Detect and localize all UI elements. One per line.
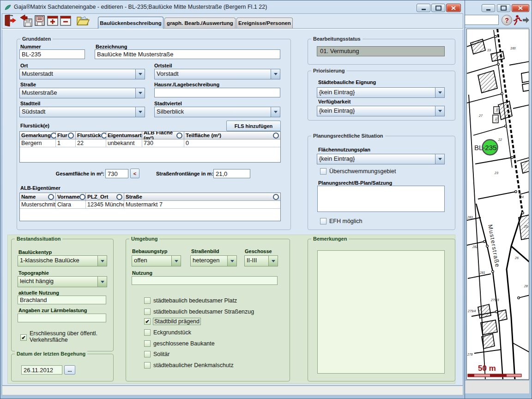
help-button[interactable]: ? [502, 15, 512, 25]
erschliessung-checkbox[interactable]: ✔ [20, 334, 27, 341]
topographie-label: Topographie [18, 270, 49, 276]
efh-label: EFH möglich [329, 218, 363, 224]
ort-select[interactable]: Musterstadt [19, 69, 145, 79]
bezeichnung-label: Bezeichnung [96, 44, 127, 49]
ueberschwemmungsgebiet-checkbox[interactable] [320, 168, 326, 175]
parcel-number: 282 [472, 245, 478, 248]
parcel-number: 26 [514, 256, 519, 260]
chevron-down-icon[interactable] [435, 154, 444, 164]
strasse-select[interactable]: Musterstraße [19, 88, 145, 98]
open-folder-icon [76, 14, 90, 27]
sort-icon [176, 133, 182, 139]
chevron-down-icon[interactable] [171, 256, 181, 266]
aktuelle-nutzung-input[interactable] [18, 296, 106, 304]
label-solitaer: Solitär [153, 351, 169, 357]
bemerkungen-textarea[interactable] [317, 250, 445, 374]
run-button[interactable] [513, 14, 530, 26]
stadtteil-select[interactable]: Südstadt [19, 107, 145, 117]
begehung-datum-input[interactable] [21, 365, 62, 375]
dialog-close-button[interactable] [446, 4, 461, 12]
chevron-down-icon[interactable] [435, 106, 444, 116]
checkbox-eckgrundstueck[interactable] [144, 329, 151, 336]
geschosse-select[interactable]: II-III [244, 255, 278, 266]
maximize-icon [501, 6, 507, 11]
checkbox-bedeutsamer-platz[interactable] [144, 297, 151, 304]
nummer-input[interactable] [19, 49, 85, 59]
chevron-down-icon[interactable] [227, 256, 236, 266]
add-record-button[interactable] [47, 14, 60, 27]
parcel-number: 24 [520, 195, 524, 199]
map-canvas[interactable]: 180 181 19 160 27 22 23 24 283 25 282 26 [466, 29, 529, 380]
chevron-down-icon[interactable] [135, 107, 145, 117]
alb-eigentuemer-table[interactable]: Name Vorname PLZ_Ort Straße Musterschmit… [19, 193, 281, 221]
fnp-select[interactable]: {kein Eintrag} [317, 154, 445, 164]
parcel-number: 278 [467, 353, 473, 356]
flurstueck-table-header: Gemarkung Flur Flurstück Eigentumsart AL… [20, 132, 280, 139]
tab-ereignisse-personen[interactable]: Ereignisse/Personen [236, 18, 293, 28]
eignung-select[interactable]: {kein Eintrag} [317, 87, 445, 98]
umgebung-nutzung-input[interactable] [132, 276, 278, 285]
chevron-down-icon[interactable] [268, 256, 278, 266]
map-search-input[interactable] [463, 15, 499, 25]
chevron-down-icon[interactable] [135, 88, 145, 98]
parcel-number: 27 [478, 114, 483, 117]
dialog-minimize-button[interactable] [417, 4, 430, 12]
help-icon: ? [505, 17, 509, 24]
bezeichnung-input[interactable] [95, 49, 280, 59]
sort-icon [273, 133, 279, 139]
chevron-down-icon[interactable] [435, 88, 444, 97]
table-row[interactable]: Bergern 1 22 unbekannt 730 0 [20, 139, 280, 147]
parcel-number: 160 [510, 47, 516, 50]
exit-button[interactable] [3, 14, 17, 27]
chevron-down-icon[interactable] [271, 69, 280, 79]
transfer-area-button[interactable]: < [130, 169, 139, 178]
chevron-down-icon[interactable] [135, 69, 145, 79]
hausnr-label: Hausnr./Lagebeschreibung [154, 82, 219, 87]
map-window-minimize-button[interactable] [482, 4, 495, 12]
table-row[interactable]: Musterschmitt Clara 12345 München Muster… [20, 201, 280, 209]
parcel-marker-label: BL-235 [474, 144, 496, 151]
bebauungstyp-label: Bebauungstyp [132, 248, 167, 254]
map-window-close-button[interactable] [512, 4, 529, 12]
checkbox-stadtbild-praegend[interactable]: ✔ [144, 318, 151, 325]
fnp-label: Flächennutzungsplan [318, 147, 370, 152]
laermbelastung-label: Angaben zur Lärmbelastung [18, 308, 87, 313]
sort-icon [116, 194, 122, 200]
strassenbild-select[interactable]: heterogen [190, 255, 237, 266]
chevron-down-icon[interactable] [271, 107, 280, 117]
ort-label: Ort [20, 63, 28, 68]
hausnr-input[interactable] [154, 88, 280, 97]
save-back-button[interactable] [20, 14, 34, 27]
save-button[interactable] [34, 14, 48, 27]
checkbox-bedeutsamer-strassenzug[interactable] [144, 308, 151, 315]
laermbelastung-input[interactable] [18, 314, 106, 322]
open-folder-button[interactable] [76, 14, 90, 27]
remove-record-button[interactable] [60, 14, 73, 27]
bplan-textarea[interactable] [317, 186, 445, 212]
topographie-select[interactable]: leicht hängig [18, 276, 107, 287]
bebauungstyp-select[interactable]: offen [132, 255, 181, 266]
dialog-maximize-button[interactable] [431, 4, 445, 12]
baulueckentyp-select[interactable]: 1-klassische Baulücke [18, 255, 107, 266]
ortsteil-select[interactable]: Vorstadt [154, 69, 280, 79]
chevron-down-icon[interactable] [97, 277, 107, 287]
gesamtflaeche-input[interactable] [105, 169, 128, 178]
chevron-down-icon[interactable] [97, 256, 107, 266]
checkbox-geschlossene-baukante[interactable] [144, 340, 151, 347]
erschliessung-label-line1: Erschliessung über öffentl. [30, 330, 97, 337]
fls-hinzufuegen-button[interactable]: FLS hinzufügen [226, 121, 281, 131]
efh-checkbox[interactable] [320, 218, 326, 224]
stadtviertel-select[interactable]: Silberblick [154, 107, 280, 117]
checkbox-solitaer[interactable] [144, 351, 151, 357]
map-window-maximize-button[interactable] [497, 4, 510, 12]
flurstueck-table[interactable]: Gemarkung Flur Flurstück Eigentumsart AL… [19, 131, 281, 163]
strassenfront-label: Straßenfrontlänge in m: [156, 171, 212, 176]
tab-bauloeckenbeschreibung[interactable]: Baulückenbeschreibung [98, 17, 163, 29]
strassenfront-input[interactable] [213, 169, 250, 178]
datum-browse-button[interactable]: ... [64, 365, 75, 375]
tab-graph-bearb-auswertung[interactable]: graph. Bearb./Auswertung [164, 18, 236, 28]
verfuegbarkeit-select[interactable]: {kein Eintrag} [317, 106, 445, 116]
screen: ? [0, 0, 532, 399]
checkbox-denkmalschutz[interactable] [144, 362, 151, 369]
parcel-number: 28 [524, 284, 528, 288]
